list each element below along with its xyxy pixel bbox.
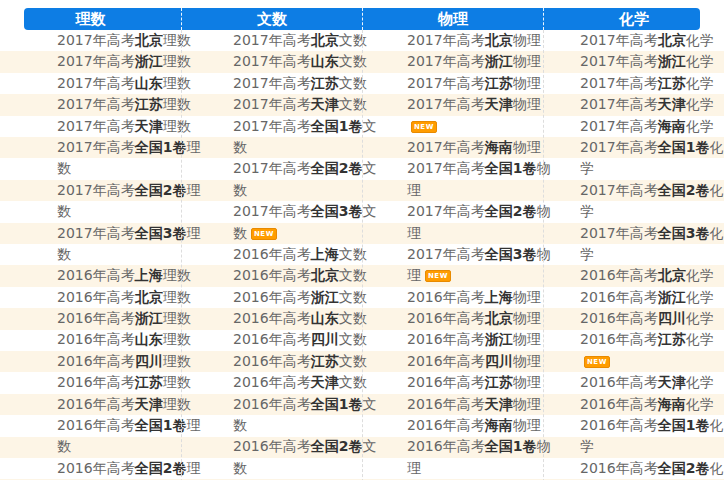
exam-paper-item[interactable]: 2017年高考山东文数 [233, 51, 362, 72]
exam-paper-item[interactable]: 2016年高考四川物理 [407, 351, 543, 372]
exam-paper-item[interactable]: 2016年高考全国2卷化学 [580, 458, 724, 480]
exam-paper-item[interactable]: 2017年高考海南化学 [580, 116, 724, 137]
paper-list-physics: 2017年高考北京物理2017年高考浙江物理2017年高考江苏物理2017年高考… [362, 30, 543, 480]
paper-title-line: 数 [233, 415, 362, 436]
exam-paper-item[interactable]: 2016年高考全国2卷理数 [57, 458, 181, 480]
paper-title-line: 理 [407, 458, 543, 479]
exam-paper-item[interactable]: 2017年高考全国2卷理数 [57, 180, 181, 223]
exam-paper-item[interactable]: 2017年高考全国3卷理数 [57, 223, 181, 266]
exam-paper-item[interactable]: 2017年高考浙江理数 [57, 51, 181, 72]
exam-paper-item[interactable]: 2016年高考全国2卷文数 [233, 436, 362, 479]
paper-title-line: 2017年高考全国2卷物 [407, 201, 543, 222]
paper-title-line: 数 [233, 137, 362, 158]
exam-paper-item[interactable]: 2017年高考浙江化学 [580, 51, 724, 72]
exam-paper-item[interactable]: 2016年高考全国1卷理数 [57, 415, 181, 458]
tab-chemistry[interactable]: 化学 [543, 8, 724, 30]
exam-paper-item[interactable]: 2016年高考浙江物理 [407, 329, 543, 350]
paper-title-line: 2017年高考天津化学 [580, 94, 724, 115]
exam-paper-item[interactable]: 2017年高考天津物理NEW [407, 94, 543, 137]
paper-title-line: 2016年高考四川文数 [233, 329, 362, 350]
exam-paper-item[interactable]: 2016年高考上海物理 [407, 287, 543, 308]
paper-title-line: 2016年高考四川理数 [57, 351, 181, 372]
exam-paper-item[interactable]: 2016年高考天津物理 [407, 394, 543, 415]
exam-paper-item[interactable]: 2017年高考北京化学 [580, 30, 724, 51]
exam-paper-item[interactable]: 2016年高考北京文数 [233, 265, 362, 286]
tab-arts-math[interactable]: 文数 [181, 8, 362, 30]
paper-title-line: 2017年高考全国1卷理 [57, 137, 181, 158]
exam-paper-item[interactable]: 2017年高考全国3卷物理NEW [407, 244, 543, 287]
paper-title-line: 2016年高考海南化学 [580, 394, 724, 415]
exam-paper-item[interactable]: 2016年高考江苏物理 [407, 372, 543, 393]
exam-paper-item[interactable]: 2016年高考天津文数 [233, 372, 362, 393]
paper-title-line: 数 [57, 201, 181, 222]
exam-paper-item[interactable]: 2017年高考江苏理数 [57, 94, 181, 115]
exam-paper-item[interactable]: 2016年高考山东理数 [57, 329, 181, 350]
paper-title-line: 2017年高考北京物理 [407, 30, 543, 51]
paper-title-line: 数 [57, 158, 181, 179]
exam-paper-item[interactable]: 2017年高考全国1卷物理 [407, 158, 543, 201]
exam-paper-item[interactable]: 2016年高考天津理数 [57, 394, 181, 415]
paper-title-line: 2017年高考全国1卷文 [233, 116, 362, 137]
exam-paper-item[interactable]: 2016年高考全国1卷化学 [580, 415, 724, 458]
exam-paper-item[interactable]: 2016年高考海南物理 [407, 415, 543, 436]
exam-paper-item[interactable]: 2017年高考全国1卷化学 [580, 137, 724, 180]
paper-title-line: 2016年高考海南物理 [407, 415, 543, 436]
paper-title-line: 2017年高考北京化学 [580, 30, 724, 51]
exam-paper-item[interactable]: 2017年高考北京理数 [57, 30, 181, 51]
exam-paper-item[interactable]: 2016年高考江苏理数 [57, 372, 181, 393]
exam-paper-item[interactable]: 2016年高考上海理数 [57, 265, 181, 286]
paper-title-line: 数 [57, 244, 181, 265]
exam-paper-item[interactable]: 2017年高考江苏物理 [407, 73, 543, 94]
exam-paper-item[interactable]: 2017年高考浙江物理 [407, 51, 543, 72]
paper-title-line: 2017年高考海南物理 [407, 137, 543, 158]
exam-paper-item[interactable]: 2017年高考全国3卷文数NEW [233, 201, 362, 244]
exam-paper-item[interactable]: 2017年高考全国3卷化学 [580, 223, 724, 266]
exam-paper-item[interactable]: 2016年高考海南化学 [580, 394, 724, 415]
exam-paper-item[interactable]: 2017年高考海南物理 [407, 137, 543, 158]
paper-title-line: 2016年高考全国2卷文 [233, 436, 362, 457]
paper-title-line: 理 [407, 223, 543, 244]
exam-paper-item[interactable]: 2017年高考天津文数 [233, 94, 362, 115]
exam-paper-item[interactable]: 2017年高考北京物理 [407, 30, 543, 51]
paper-title-line: 2016年高考江苏理数 [57, 372, 181, 393]
paper-title-line: 2016年高考上海文数 [233, 244, 362, 265]
exam-paper-item[interactable]: 2016年高考江苏文数 [233, 351, 362, 372]
exam-paper-item[interactable]: 2016年高考江苏化学NEW [580, 329, 724, 372]
paper-title-line: 2016年高考全国2卷理 [57, 458, 181, 479]
exam-paper-item[interactable]: 2017年高考江苏文数 [233, 73, 362, 94]
exam-paper-item[interactable]: 2016年高考全国1卷物理 [407, 436, 543, 479]
exam-paper-item[interactable]: 2016年高考北京物理 [407, 308, 543, 329]
paper-title-line: 2017年高考海南化学 [580, 116, 724, 137]
exam-paper-item[interactable]: 2016年高考四川化学 [580, 308, 724, 329]
tab-physics[interactable]: 物理 [362, 8, 543, 30]
exam-paper-item[interactable]: 2017年高考全国2卷化学 [580, 180, 724, 223]
exam-paper-item[interactable]: 2016年高考全国1卷文数 [233, 394, 362, 437]
exam-paper-item[interactable]: 2017年高考全国2卷文数 [233, 158, 362, 201]
paper-title-line: 学 [580, 436, 724, 457]
exam-paper-item[interactable]: 2016年高考天津化学 [580, 372, 724, 393]
exam-paper-item[interactable]: 2017年高考山东理数 [57, 73, 181, 94]
exam-paper-item[interactable]: 2017年高考全国2卷物理 [407, 201, 543, 244]
exam-paper-item[interactable]: 2016年高考上海文数 [233, 244, 362, 265]
paper-title-line: 2016年高考全国1卷化 [580, 415, 724, 436]
exam-paper-item[interactable]: 2017年高考江苏化学 [580, 73, 724, 94]
exam-paper-item[interactable]: 2017年高考北京文数 [233, 30, 362, 51]
exam-paper-item[interactable]: 2016年高考北京理数 [57, 287, 181, 308]
exam-paper-item[interactable]: 2017年高考天津理数 [57, 116, 181, 137]
exam-paper-item[interactable]: 2016年高考山东文数 [233, 308, 362, 329]
tab-science-math[interactable]: 理数 [0, 8, 181, 30]
exam-paper-item[interactable]: 2017年高考全国1卷理数 [57, 137, 181, 180]
exam-paper-item[interactable]: 2016年高考北京化学 [580, 265, 724, 286]
exam-paper-item[interactable]: 2016年高考浙江理数 [57, 308, 181, 329]
exam-paper-item[interactable]: 2016年高考四川理数 [57, 351, 181, 372]
exam-paper-panel: 理数文数物理化学 2017年高考北京理数2017年高考浙江理数2017年高考山东… [0, 8, 724, 480]
paper-title-line: 2016年高考四川化学 [580, 308, 724, 329]
paper-title-line: 2016年高考北京文数 [233, 265, 362, 286]
exam-paper-item[interactable]: 2016年高考浙江文数 [233, 287, 362, 308]
exam-paper-item[interactable]: 2017年高考天津化学 [580, 94, 724, 115]
exam-paper-item[interactable]: 2017年高考全国1卷文数 [233, 116, 362, 159]
exam-paper-item[interactable]: 2016年高考浙江化学 [580, 287, 724, 308]
exam-paper-item[interactable]: 2016年高考四川文数 [233, 329, 362, 350]
paper-title-line: 2016年高考山东理数 [57, 329, 181, 350]
new-badge: NEW [411, 121, 437, 133]
